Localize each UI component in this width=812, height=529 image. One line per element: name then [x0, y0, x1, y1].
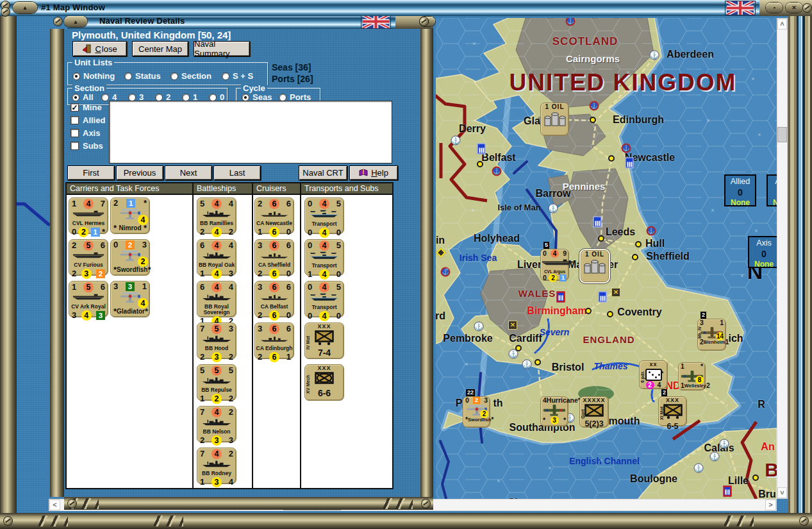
sea-hex-mark: × [548, 465, 551, 471]
map-vscrollbar[interactable]: ˄ ˅ [777, 18, 788, 499]
dialog-titlebar[interactable]: Naval Review Details ✕ [67, 14, 433, 29]
factory-icon [626, 158, 634, 169]
checkbox-allied[interactable]: Allied [70, 115, 105, 125]
unit-counter-ca-edinburgh[interactable]: 366CA Edinburgh261 [254, 323, 294, 359]
unit-counter[interactable]: 0232*Swordfish* [110, 239, 150, 276]
unit-counter-bb-repulse[interactable]: 555BB Repulse122 [197, 364, 236, 401]
factory-icon [724, 486, 732, 497]
unit-counter-ca-newcastle[interactable]: 266CA Newcastle160 [254, 197, 294, 234]
unit-counter[interactable]: 3114Mk. IV2Blenheim1 [697, 319, 726, 351]
section-label: Section [72, 83, 106, 93]
unit-counter-ca-belfast[interactable]: 366CA Belfast260 [254, 281, 294, 317]
unit-counter-cv-ark-royal[interactable]: 156CV Ark Royal343 [69, 281, 108, 317]
unit-counter[interactable]: 6 pdr.xx24 [639, 360, 668, 389]
unit-counter[interactable]: XV MechXXX6-6 [304, 364, 344, 401]
unit-counter[interactable]: 1 OIL [581, 250, 609, 282]
frame-bottom-rail [0, 513, 812, 529]
city-dot [598, 235, 604, 242]
unit-counter-transport[interactable]: 045Transport040 [304, 281, 344, 317]
unit-counter-transport[interactable]: 045Transport040 [304, 197, 344, 234]
checkbox-subs[interactable]: Subs [70, 141, 103, 151]
radio-section[interactable]: Section [170, 71, 211, 81]
port-anchor-icon: ⚓ [549, 204, 558, 214]
sea-hex-mark: × [471, 207, 474, 214]
first-button[interactable]: First [67, 165, 115, 180]
sea-hex-mark: × [758, 131, 761, 138]
unit-counter[interactable]: 1*81Wellesley2 [678, 362, 706, 390]
dialog-collapse-button[interactable]: ▲ [64, 16, 87, 27]
column-header-transports: Transports and Subs [301, 183, 392, 195]
dialog-right-rail [420, 29, 433, 497]
sea-hex-mark: × [465, 361, 468, 367]
vscroll-thumb[interactable] [777, 127, 787, 142]
factory-icon [477, 144, 486, 155]
unit-counter-cvl-hermes[interactable]: 147CVL Hermes021* [69, 197, 108, 234]
uk-flag-icon [361, 15, 390, 28]
port-anchor-icon: ⚓ [710, 452, 720, 462]
column-header-carriers: Carriers and Task Forces [67, 183, 192, 195]
sea-hex-mark: × [599, 457, 602, 464]
checkbox-axis[interactable]: Axis [70, 128, 100, 138]
unit-counter[interactable]: 21*4*Nimrod* [110, 197, 150, 234]
sea-hex-mark: × [740, 273, 743, 279]
screw-icon [800, 517, 808, 525]
sea-hex-mark: × [497, 478, 500, 484]
unit-counter-bb-royal-oak[interactable]: 644BB Royal Oak143 [197, 239, 236, 276]
unit-counter-bb-hood[interactable]: 753BB Hood232 [197, 323, 236, 359]
unit-counter[interactable]: IV MotXXX7-4 [304, 323, 344, 359]
radio-nothing[interactable]: Nothing [72, 71, 115, 81]
column-header-battleships: Battleships [194, 183, 252, 195]
unit-counter[interactable]: XI MotXXX6-5 [658, 396, 687, 426]
stack-count-badge: 5 [543, 242, 549, 249]
scroll-right-icon[interactable]: ˃ [765, 500, 776, 510]
checkbox-mine[interactable]: ✓Mine [70, 103, 102, 112]
unit-counter[interactable]: 4Hurricane**3* [540, 396, 568, 426]
sea-hex-mark: × [754, 228, 758, 234]
uk-flag-icon [725, 1, 755, 15]
radio-status[interactable]: Status [124, 71, 161, 81]
unit-counter-bb-ramillies[interactable]: 544BB Ramillies242 [197, 197, 236, 234]
collapse-button[interactable]: ▲ [13, 2, 37, 13]
help-button[interactable]: Help [349, 165, 398, 180]
unit-counter-bb-nelson[interactable]: 742BB Nelson233 [197, 406, 236, 442]
close-window-button[interactable]: ✕ [786, 3, 802, 13]
map-viewport[interactable]: SCOTLANDCairngormsAberdeenUNITED KINGDOM… [436, 18, 777, 499]
dialog-bottom-rail [64, 497, 433, 510]
scroll-up-icon[interactable]: ˄ [777, 19, 787, 29]
window-title: #1 Map Window [41, 3, 105, 12]
naval-base-icon: ⚓ [622, 144, 631, 153]
center-map-button[interactable]: Center Map [132, 41, 188, 56]
unit-table: Carriers and Task Forces Battleships Cru… [65, 182, 394, 489]
radio-s-plus-s[interactable]: S + S [222, 71, 253, 81]
unit-counter[interactable]: 0232*Swordfish* [463, 396, 490, 428]
unit-counter-transport[interactable]: 045Transport140 [304, 239, 344, 276]
sea-hex-mark: × [472, 40, 476, 47]
unit-counter-bb-royal-sovereign[interactable]: 644BB Royal Sovereign142 [197, 281, 236, 317]
previous-button[interactable]: Previous [116, 165, 163, 180]
port-anchor-icon: ⚓ [650, 51, 659, 60]
close-label: lose [102, 44, 117, 54]
help-book-icon [359, 169, 368, 177]
hatch-decor [154, 516, 183, 526]
close-dialog-button[interactable]: Close [72, 41, 127, 56]
main-titlebar[interactable]: ▲ #1 Map Window ▪ ✕ [0, 0, 812, 16]
unit-counter-cv-furious[interactable]: 256CV Furious232 [69, 239, 108, 276]
radio-all[interactable]: All [72, 92, 94, 102]
hatch-decor [38, 516, 68, 526]
next-button[interactable]: Next [165, 165, 212, 180]
unit-counter-ca-sheffield[interactable]: 366CA Sheffield260 [254, 239, 294, 276]
unit-listbox[interactable] [109, 101, 392, 164]
unit-counter[interactable]: 3314*Gladiator* [110, 281, 150, 317]
naval-crt-button[interactable]: Naval CRT [299, 165, 347, 180]
naval-summary-button[interactable]: Naval Summary [194, 41, 250, 56]
unit-counter[interactable]: GortXXXXX5(2)3 [579, 396, 609, 428]
restore-button[interactable]: ▪ [766, 3, 783, 13]
screw-icon [4, 517, 12, 525]
unit-counter[interactable]: 1 OIL [540, 103, 569, 136]
screw-icon [68, 500, 76, 508]
last-button[interactable]: Last [213, 165, 261, 180]
unit-counter-bb-rodney[interactable]: 742BB Rodney134 [197, 448, 236, 484]
unit-counter-cvl-argus[interactable]: 049CVL Argus021 [540, 249, 569, 281]
screw-icon [803, 4, 811, 12]
scroll-down-icon[interactable]: ˅ [777, 487, 787, 498]
